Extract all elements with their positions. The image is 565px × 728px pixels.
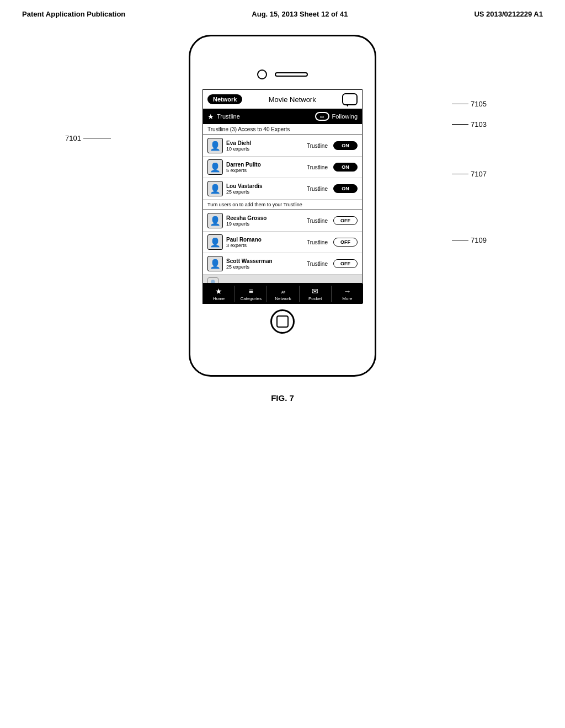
toggle-on[interactable]: ON xyxy=(333,141,358,150)
user-experts: 25 experts xyxy=(226,189,303,195)
user-experts: 3 experts xyxy=(226,243,303,248)
user-info: Paul Romano 3 experts xyxy=(226,237,303,248)
phone-speaker xyxy=(275,72,308,77)
avatar: 👤 xyxy=(207,138,223,153)
trustline-text: Trustline xyxy=(307,186,328,192)
toggle-on[interactable]: ON xyxy=(333,163,358,172)
app-title: Movie Network xyxy=(269,95,316,104)
person-icon: 👤 xyxy=(210,141,221,151)
avatar: 👤 xyxy=(207,159,223,175)
off-users-list: 👤 Reesha Grosso 19 experts Trustline OFF… xyxy=(203,210,362,275)
trustline-section-header: Trustline (3) Access to 40 Experts xyxy=(203,124,362,135)
person-icon: 👤 xyxy=(210,237,221,248)
phone-top xyxy=(257,69,308,79)
nav-network[interactable]: 𝓃 Network xyxy=(267,286,299,302)
user-info: Lou Vastardis 25 experts xyxy=(226,183,303,195)
phone-camera-icon xyxy=(257,69,267,79)
annotation-7105: 7105 xyxy=(452,100,487,108)
home-button[interactable] xyxy=(270,309,295,334)
user-experts: 19 experts xyxy=(226,221,303,227)
on-users-list: 👤 Eva Diehl 10 experts Trustline ON 👤 xyxy=(203,135,362,200)
infinity-icon: ∞ xyxy=(315,112,329,121)
toggle-off[interactable]: OFF xyxy=(333,216,358,225)
categories-icon: ≡ xyxy=(249,287,253,296)
toggle-off[interactable]: OFF xyxy=(333,259,358,268)
nav-categories[interactable]: ≡ Categories xyxy=(235,286,267,302)
user-info: Eva Diehl 10 experts xyxy=(226,140,303,152)
trustline-right-section: ∞ Following xyxy=(315,112,358,121)
avatar: 👤 xyxy=(207,234,223,250)
nav-home[interactable]: ★ Home xyxy=(203,286,235,302)
nav-more[interactable]: → More xyxy=(332,286,363,302)
trustline-label: Trustline xyxy=(217,113,240,120)
avatar: 👤 xyxy=(207,256,223,271)
toggle-on[interactable]: ON xyxy=(333,184,358,193)
user-row: 👤 Darren Pulito 5 experts Trustline ON xyxy=(203,157,362,178)
person-icon: 👤 xyxy=(210,162,221,173)
user-info: Reesha Grosso 19 experts xyxy=(226,215,303,227)
annotation-7107: 7107 xyxy=(452,170,487,178)
following-label: Following xyxy=(332,113,358,120)
trustline-bar: ★ Trustline ∞ Following xyxy=(203,109,362,124)
person-icon: 👤 xyxy=(210,259,221,269)
trustline-text: Trustline xyxy=(307,218,328,224)
user-row: 👤 Eva Diehl 10 experts Trustline ON xyxy=(203,135,362,157)
trustline-text: Trustline xyxy=(307,164,328,170)
app-screen: Network Movie Network ★ Trustline ∞ Foll… xyxy=(202,89,363,304)
user-name: Reesha Grosso xyxy=(226,215,303,221)
user-row: 👤 Lou Vastardis 25 experts Trustline ON xyxy=(203,178,362,200)
user-name: Darren Pulito xyxy=(226,162,303,168)
user-experts: 5 experts xyxy=(226,168,303,173)
person-icon: 👤 xyxy=(210,216,221,226)
patent-header: Patent Application Publication Aug. 15, … xyxy=(0,0,565,24)
patent-left: Patent Application Publication xyxy=(22,10,125,18)
user-name: Scott Wasserman xyxy=(226,258,303,264)
user-row: 👤 Paul Romano 3 experts Trustline OFF xyxy=(203,232,362,253)
pocket-icon: ✉ xyxy=(312,287,318,296)
nav-network-label: Network xyxy=(275,296,291,301)
avatar: 👤 xyxy=(207,277,218,283)
trustline-left-section: ★ Trustline xyxy=(207,113,315,121)
star-icon: ★ xyxy=(207,113,214,121)
avatar: 👤 xyxy=(207,181,223,196)
nav-home-label: Home xyxy=(213,296,225,301)
home-button-inner xyxy=(276,315,289,328)
user-info: Darren Pulito 5 experts xyxy=(226,162,303,173)
avatar: 👤 xyxy=(207,213,223,228)
nav-pocket[interactable]: ✉ Pocket xyxy=(300,286,332,302)
trustline-text: Trustline xyxy=(307,143,328,149)
annotation-7101: 7101 xyxy=(65,134,111,142)
user-name: Paul Romano xyxy=(226,237,303,243)
toggle-off[interactable]: OFF xyxy=(333,238,358,247)
user-experts: 25 experts xyxy=(226,264,303,270)
nav-pocket-label: Pocket xyxy=(308,296,322,301)
annotation-7103: 7103 xyxy=(452,120,487,129)
annotation-7109: 7109 xyxy=(452,236,487,244)
user-experts: 10 experts xyxy=(226,146,303,152)
trustline-text: Trustline xyxy=(307,261,328,267)
patent-right: US 2013/0212229 A1 xyxy=(474,10,543,18)
partial-row: 👤 xyxy=(203,275,362,283)
network-icon: 𝓃 xyxy=(281,287,285,296)
user-row: 👤 Scott Wasserman 25 experts Trustline O… xyxy=(203,253,362,275)
trustline-text: Trustline xyxy=(307,239,328,245)
user-name: Eva Diehl xyxy=(226,140,303,146)
figure-label: FIG. 7 xyxy=(0,393,565,403)
user-row: 👤 Reesha Grosso 19 experts Trustline OFF xyxy=(203,210,362,232)
home-button-wrapper xyxy=(270,309,295,334)
user-info: Scott Wasserman 25 experts xyxy=(226,258,303,270)
phone: Network Movie Network ★ Trustline ∞ Foll… xyxy=(189,35,376,377)
bottom-nav: ★ Home ≡ Categories 𝓃 Network ✉ Pocket → xyxy=(203,283,363,303)
patent-middle: Aug. 15, 2013 Sheet 12 of 41 xyxy=(252,10,348,18)
home-icon: ★ xyxy=(215,287,222,296)
nav-categories-label: Categories xyxy=(240,296,262,301)
chat-icon[interactable] xyxy=(342,93,358,105)
app-header: Network Movie Network xyxy=(203,90,362,109)
nav-more-label: More xyxy=(342,296,352,301)
person-icon: 👤 xyxy=(210,184,221,194)
more-icon: → xyxy=(343,287,351,296)
back-button[interactable]: Network xyxy=(207,94,242,104)
user-name: Lou Vastardis xyxy=(226,183,303,189)
add-users-header: Turn users on to add them to your Trustl… xyxy=(203,200,362,210)
